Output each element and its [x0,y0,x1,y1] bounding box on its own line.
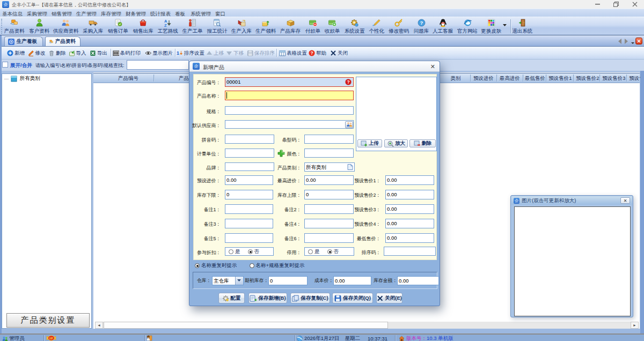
svg-text:1: 1 [177,50,179,56]
svg-text:?: ? [310,50,313,56]
svg-text:VIP: VIP [49,337,53,340]
svg-text:?: ? [347,79,349,85]
svg-text:Z: Z [164,23,167,28]
svg-text:?: ? [420,20,423,26]
